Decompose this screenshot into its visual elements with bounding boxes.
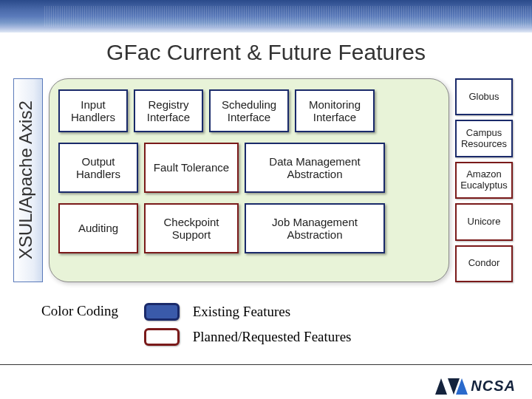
ncsa-logo-mark-icon [435,378,468,395]
feature-row-2: Output Handlers Fault Tolerance Data Man… [58,143,440,193]
legend-row-planned: Planned/Requested Features [144,328,352,346]
ncsa-logo: NCSA [435,378,516,395]
swatch-existing-icon [144,303,180,321]
sidebar-xsul-axis2: XSUL/Apache Axis2 [13,78,43,282]
ncsa-logo-text: NCSA [471,378,516,395]
box-output-handlers: Output Handlers [58,143,138,193]
box-registry-interface: Registry Interface [134,89,203,132]
box-auditing: Auditing [58,203,138,253]
feature-row-1: Input Handlers Registry Interface Schedu… [58,89,440,132]
box-scheduling-interface: Scheduling Interface [209,89,289,132]
legend-existing-label: Existing Features [193,304,290,320]
legend-title: Color Coding [41,303,118,319]
header-gradient-bar [0,0,532,33]
legend-planned-label: Planned/Requested Features [193,329,352,345]
box-job-mgmt-abstraction: Job Management Abstraction [245,203,385,253]
slide-title: GFac Current & Future Features [0,33,532,78]
providers-column: Globus Campus Resources Amazon Eucalyptu… [455,78,519,282]
box-checkpoint-support: Checkpoint Support [144,203,239,253]
provider-campus-resources: Campus Resources [455,120,513,157]
box-data-mgmt-abstraction: Data Management Abstraction [245,143,385,193]
features-panel: Input Handlers Registry Interface Schedu… [49,78,449,282]
provider-globus: Globus [455,78,513,115]
provider-condor: Condor [455,245,513,282]
box-monitoring-interface: Monitoring Interface [295,89,375,132]
legend: Color Coding Existing Features Planned/R… [0,282,532,353]
legend-row-existing: Existing Features [144,303,352,321]
footer-divider [0,364,532,365]
provider-unicore: Unicore [455,203,513,240]
feature-row-3: Auditing Checkpoint Support Job Manageme… [58,203,440,253]
main-content-row: XSUL/Apache Axis2 Input Handlers Registr… [0,78,532,282]
box-input-handlers: Input Handlers [58,89,128,132]
box-fault-tolerance: Fault Tolerance [144,143,239,193]
provider-amazon-eucalyptus: Amazon Eucalyptus [455,162,513,199]
swatch-planned-icon [144,328,180,346]
